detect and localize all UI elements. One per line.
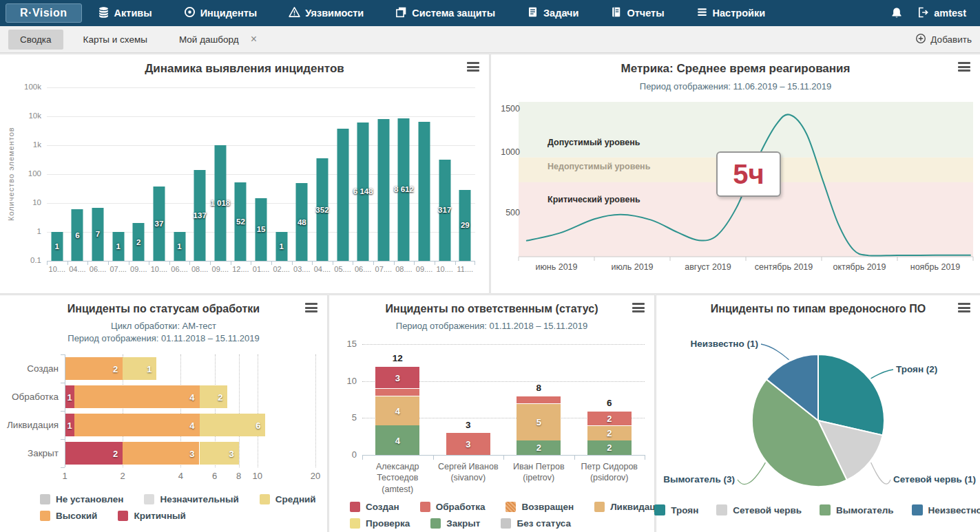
legend-item[interactable]: Сетевой червь — [716, 504, 802, 515]
category-row: Обработка142 — [0, 383, 327, 411]
nav-item-tasks[interactable]: Задачи — [511, 6, 594, 20]
legend-item[interactable]: Без статуса — [501, 518, 571, 529]
nav-item-reports[interactable]: Отчеты — [594, 6, 680, 20]
axis-tick — [455, 262, 456, 265]
chart-menu-button[interactable] — [958, 62, 970, 74]
legend-row: ВысокийКритичный — [40, 511, 316, 521]
y-axis-line — [65, 354, 65, 467]
bar-total-label: 6 — [587, 398, 632, 408]
notifications-bell-icon[interactable] — [890, 7, 903, 19]
legend-item[interactable]: Неизвестно — [912, 504, 980, 515]
bar-track: 21 — [65, 357, 315, 380]
bar-value-label: 352 — [315, 206, 329, 214]
segment-value-label: 3 — [446, 438, 490, 449]
stacked-bars: Создан21Обработка142Ликвидация146Закрыт2… — [0, 354, 327, 467]
bar-segment[interactable]: 3 — [200, 442, 239, 465]
chart-title: Инциденты по ответственным (статус) — [329, 303, 654, 315]
legend-item[interactable]: Средний — [260, 494, 316, 504]
bar-segment[interactable] — [375, 388, 419, 396]
legend-item[interactable]: Возвращен — [505, 502, 574, 512]
bar-value-label: 137 — [194, 211, 207, 220]
tab-my-dashboard[interactable]: Мой дашборд — [167, 30, 251, 50]
pie-chart: Троян (2)Сетевой червь (1)Вымогатель (3)… — [656, 315, 980, 504]
nav-item-assets[interactable]: Активы — [82, 6, 168, 20]
bar-segment[interactable]: 4 — [74, 385, 200, 408]
panel-incident-dynamics: Динамика выявления инцидентов Количество… — [0, 54, 489, 293]
bar-segment[interactable]: 1 — [123, 357, 156, 380]
chart-menu-button[interactable] — [958, 303, 970, 315]
user-menu[interactable]: amtest — [917, 6, 966, 21]
legend-item[interactable]: Вымогатель — [820, 504, 893, 515]
legend-swatch — [350, 518, 360, 529]
x-axis-label: 08.... — [189, 262, 210, 273]
nav-item-settings[interactable]: Настройки — [680, 6, 782, 20]
rvision-logo[interactable]: R·Vision — [6, 3, 82, 23]
bar-stack[interactable]: 44312 — [375, 337, 419, 455]
bar-segment[interactable]: 4 — [375, 396, 419, 425]
legend-item[interactable]: Высокий — [40, 511, 97, 521]
bar[interactable] — [419, 122, 430, 261]
legend-label: Создан — [366, 502, 399, 512]
nav-item-vulnerabilities[interactable]: Уязвимости — [273, 6, 379, 20]
bar-segment[interactable]: 2 — [587, 440, 632, 456]
bar-stack[interactable]: 2226 — [587, 337, 632, 455]
legend-item[interactable]: Троян — [654, 504, 698, 515]
x-axis-label: 08.... — [394, 262, 415, 273]
axis-tick — [251, 262, 251, 265]
nav-item-protection-system[interactable]: Система защиты — [379, 6, 511, 20]
bar-track: 233 — [65, 442, 315, 465]
category-row: Ликвидация146 — [0, 411, 327, 439]
bar-stack[interactable]: 33 — [446, 337, 490, 455]
legend-item[interactable]: Создан — [350, 502, 399, 512]
y-axis-tick: 1 — [3, 227, 41, 235]
legend-swatch — [505, 502, 516, 512]
axis-tick — [231, 262, 231, 265]
chart-menu-button[interactable] — [305, 303, 317, 315]
bar-segment[interactable]: 4 — [375, 425, 419, 455]
bar-segment[interactable]: 3 — [446, 433, 490, 455]
bar-segment[interactable]: 2 — [517, 440, 561, 456]
legend-item[interactable]: Проверка — [350, 518, 410, 529]
legend-label: Проверка — [366, 518, 410, 529]
bar-segment[interactable]: 2 — [587, 411, 632, 426]
bar[interactable] — [377, 119, 389, 261]
bar-segment[interactable]: 2 — [200, 385, 228, 408]
bar-slot: 44312 — [362, 337, 433, 455]
bar-slot: 258 — [503, 337, 574, 455]
bar-segment[interactable] — [517, 396, 561, 403]
bar-segment[interactable]: 1 — [65, 385, 74, 408]
nav-item-incidents[interactable]: Инциденты — [168, 6, 273, 20]
bar-segment[interactable]: 1 — [65, 414, 74, 436]
close-tab-icon[interactable]: × — [251, 34, 257, 45]
segment-value-label: 1 — [147, 363, 152, 374]
segment-value-label: 3 — [229, 448, 233, 458]
bar-segment[interactable]: 2 — [587, 425, 632, 440]
bar-segment[interactable]: 2 — [65, 442, 123, 465]
legend-item[interactable]: Не установлен — [40, 494, 123, 504]
add-dashboard-button[interactable]: Добавить — [915, 33, 972, 46]
bar-segment[interactable]: 3 — [375, 366, 419, 388]
chart-menu-button[interactable] — [467, 62, 479, 74]
x-axis-label: 12.... — [231, 262, 251, 273]
x-axis-label: 09.... — [414, 262, 435, 273]
segment-value-label: 4 — [189, 392, 194, 402]
bar-segment[interactable]: 4 — [74, 414, 200, 436]
legend-item[interactable]: Незначительный — [144, 494, 238, 504]
bar-segment[interactable]: 2 — [65, 357, 123, 380]
bar-segment[interactable]: 3 — [123, 442, 199, 465]
bar[interactable] — [337, 129, 348, 261]
chart-menu-button[interactable] — [632, 303, 645, 315]
tab-svodka[interactable]: Сводка — [8, 30, 63, 50]
bar-segment[interactable]: 6 — [200, 414, 266, 436]
bar-segment[interactable]: 5 — [517, 403, 561, 440]
legend-item[interactable]: Критичный — [118, 511, 186, 521]
bar-slot: 29 — [455, 87, 476, 261]
y-axis-tick: 1000 — [501, 147, 520, 157]
callout-line — [761, 344, 789, 360]
legend-item[interactable]: Закрыт — [430, 518, 480, 529]
tab-maps-schemes[interactable]: Карты и схемы — [72, 30, 159, 50]
axis-tick — [87, 262, 88, 265]
bar-stack[interactable]: 258 — [517, 337, 561, 455]
legend-item[interactable]: Обработка — [420, 502, 486, 512]
bar-total-label: 12 — [375, 353, 419, 363]
